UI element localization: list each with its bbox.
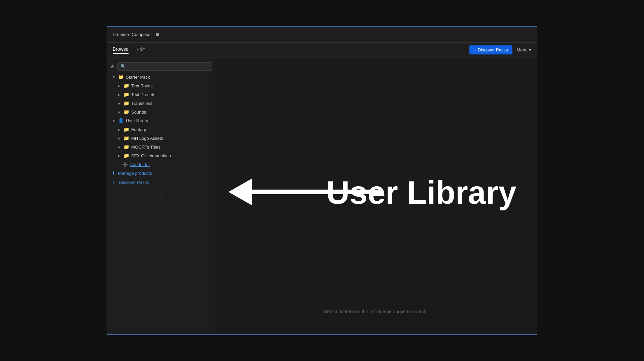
discover-packs-label[interactable]: Discover Packs [119, 180, 149, 185]
tabs-left: Browse Edit [113, 46, 145, 54]
starter-pack-label: Starter Pack [126, 75, 150, 80]
sounds-label: Sounds [131, 110, 146, 115]
footage-label: Footage [131, 127, 147, 132]
tabs-right: + Discover Packs Menu ▾ [469, 45, 531, 54]
main-area: ★ 🔍 ▼ 📁 Starter Pack ▶ 📁 Text Boxes [107, 57, 537, 334]
chevron-down-icon: ▾ [529, 47, 531, 52]
mogrts-titles-row[interactable]: ▶ 📁 MOGRTs Titles [107, 143, 215, 151]
add-folder-row[interactable]: ➕ Add folder [107, 160, 215, 169]
chevron-right-icon: ▶ [117, 154, 121, 158]
mogrts-label: MOGRTs Titles [131, 145, 160, 150]
overlay-container: User Library [215, 57, 537, 334]
folder-icon: 📁 [123, 109, 129, 115]
three-dots-button[interactable]: ⋮ [107, 187, 215, 199]
search-area: ★ 🔍 [107, 60, 215, 73]
svg-marker-1 [228, 178, 252, 205]
sounds-row[interactable]: ▶ 📁 Sounds [107, 108, 215, 116]
menu-label: Menu [516, 47, 528, 52]
footage-row[interactable]: ▶ 📁 Footage [107, 125, 215, 134]
text-boxes-label: Text Boxes [131, 83, 153, 88]
folder-icon: 📁 [118, 74, 124, 80]
search-icon: 🔍 [120, 64, 126, 69]
discover-packs-button[interactable]: + Discover Packs [469, 45, 513, 54]
content-area: User Library Select an item on the left … [215, 57, 537, 334]
chevron-right-icon: ▶ [117, 128, 121, 131]
chevron-right-icon: ▶ [117, 136, 121, 140]
mh-logo-assets-row[interactable]: ▶ 📁 MH Logo Assets [107, 134, 215, 143]
manage-products-label[interactable]: Manage products [118, 171, 152, 176]
chevron-right-icon: ▶ [117, 84, 121, 88]
folder-icon: 📁 [123, 153, 129, 158]
manage-icon: ⬇ [111, 170, 115, 176]
discover-packs-row[interactable]: ＋ Discover Packs [107, 177, 215, 187]
chevron-right-icon: ▶ [117, 102, 121, 105]
sfx-glitch-row[interactable]: ▶ 📁 SFX Glitchmachines [107, 151, 215, 160]
search-input[interactable] [128, 64, 209, 69]
sfx-label: SFX Glitchmachines [131, 153, 171, 158]
app-title: Premiere Composer [113, 32, 152, 37]
hamburger-icon[interactable]: ≡ [156, 32, 159, 38]
add-folder-icon: ➕ [122, 162, 128, 167]
overlay-big-text: User Library [326, 175, 516, 210]
folder-icon: 📁 [123, 101, 129, 106]
user-library-row[interactable]: ▼ 👤 User library [107, 116, 215, 125]
status-text: Select an item on the left or type above… [215, 309, 537, 314]
tabs-bar: Browse Edit + Discover Packs Menu ▾ [107, 43, 537, 57]
arrow-svg [218, 172, 387, 212]
star-button[interactable]: ★ [110, 63, 115, 70]
transitions-label: Transitions [131, 101, 152, 106]
menu-dropdown[interactable]: Menu ▾ [516, 47, 531, 52]
tab-browse[interactable]: Browse [113, 46, 129, 54]
user-library-icon: 👤 [118, 118, 124, 123]
folder-icon: 📁 [123, 92, 129, 97]
search-box: 🔍 [117, 62, 212, 71]
chevron-down-icon: ▼ [111, 119, 116, 123]
chevron-down-icon: ▼ [111, 75, 116, 79]
app-window: Premiere Composer ≡ Browse Edit + Discov… [107, 26, 537, 335]
folder-icon: 📁 [123, 83, 129, 88]
text-presets-label: Text Presets [131, 92, 155, 97]
mh-logo-label: MH Logo Assets [131, 136, 163, 141]
plus-icon: ＋ [111, 179, 116, 185]
folder-icon: 📁 [123, 127, 129, 132]
text-presets-row[interactable]: ▶ 📁 Text Presets [107, 90, 215, 99]
transitions-row[interactable]: ▶ 📁 Transitions [107, 99, 215, 108]
manage-products-row[interactable]: ⬇ Manage products [107, 169, 215, 177]
sidebar: ★ 🔍 ▼ 📁 Starter Pack ▶ 📁 Text Boxes [107, 57, 215, 334]
chevron-right-icon: ▶ [117, 93, 121, 96]
folder-icon: 📁 [123, 144, 129, 150]
chevron-right-icon: ▶ [117, 145, 121, 149]
tab-edit[interactable]: Edit [137, 47, 145, 53]
text-boxes-row[interactable]: ▶ 📁 Text Boxes [107, 81, 215, 90]
chevron-right-icon: ▶ [117, 110, 121, 114]
folder-icon: 📁 [123, 135, 129, 141]
add-folder-link[interactable]: Add folder [130, 162, 150, 167]
starter-pack-row[interactable]: ▼ 📁 Starter Pack [107, 73, 215, 81]
header-bar: Premiere Composer ≡ [107, 27, 537, 43]
user-library-label: User library [126, 118, 148, 123]
